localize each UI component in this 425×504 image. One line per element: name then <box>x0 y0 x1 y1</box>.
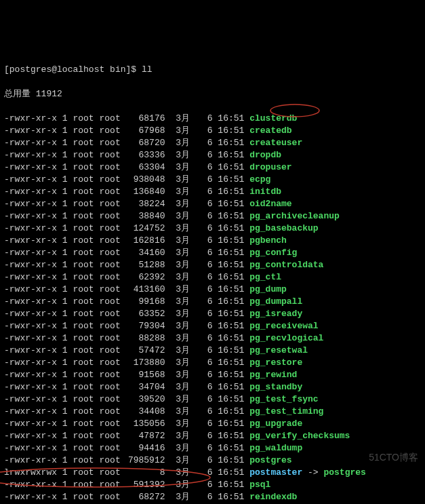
permissions: -rwxr-xr-x <box>4 199 57 209</box>
month: 3月 <box>176 480 190 490</box>
day: 6 <box>201 345 213 357</box>
permissions: -rwxr-xr-x <box>4 235 57 246</box>
permissions: -rwxr-xr-x <box>4 113 57 123</box>
permissions: -rwxr-xr-x <box>4 480 57 490</box>
day: 6 <box>201 308 213 320</box>
file-size: 79304 <box>126 320 165 332</box>
file-listing: -rwxr-xr-x 1 root root 68176 3月 6 16:51 … <box>4 113 421 504</box>
month: 3月 <box>176 187 190 197</box>
time: 16:51 <box>218 467 244 478</box>
owner: root <box>73 370 94 380</box>
file-row: -rwxr-xr-x 1 root root 63352 3月 6 16:51 … <box>4 308 421 320</box>
month: 3月 <box>176 382 190 392</box>
day: 6 <box>201 467 213 479</box>
day: 6 <box>201 125 213 137</box>
owner: root <box>73 455 94 465</box>
link-count: 1 <box>62 235 68 246</box>
file-name: pg_restore <box>249 357 302 368</box>
file-row: -rwxr-xr-x 1 root root 99168 3月 6 16:51 … <box>4 296 421 308</box>
file-size: 34408 <box>126 406 165 418</box>
file-size: 162816 <box>126 235 165 247</box>
file-name: oid2name <box>249 199 291 209</box>
day: 6 <box>201 442 213 454</box>
month: 3月 <box>176 199 190 209</box>
month: 3月 <box>176 419 190 429</box>
owner: root <box>73 187 94 197</box>
time: 16:51 <box>218 248 244 258</box>
time: 16:51 <box>218 260 244 270</box>
time: 16:51 <box>218 162 244 172</box>
file-size: 938048 <box>126 174 165 186</box>
file-row: -rwxr-xr-x 1 root root 38840 3月 6 16:51 … <box>4 210 421 222</box>
group: root <box>99 443 120 453</box>
time: 16:51 <box>218 406 244 416</box>
owner: root <box>73 406 94 416</box>
owner: root <box>73 150 94 160</box>
link-count: 1 <box>62 174 68 185</box>
file-name: pg_waldump <box>249 443 302 453</box>
permissions: -rwxr-xr-x <box>4 443 57 453</box>
owner: root <box>73 199 94 209</box>
file-row: -rwxr-xr-x 1 root root 173880 3月 6 16:51… <box>4 357 421 369</box>
month: 3月 <box>176 455 190 465</box>
group: root <box>99 492 120 502</box>
owner: root <box>73 345 94 355</box>
file-name: initdb <box>249 187 281 197</box>
file-size: 99168 <box>126 296 165 308</box>
group: root <box>99 174 120 185</box>
time: 16:51 <box>218 455 244 465</box>
owner: root <box>73 284 94 294</box>
day: 6 <box>201 210 213 222</box>
time: 16:51 <box>218 199 244 209</box>
day: 6 <box>201 320 213 332</box>
file-size: 51288 <box>126 259 165 271</box>
month: 3月 <box>176 223 190 233</box>
file-row: -rwxr-xr-x 1 root root 91568 3月 6 16:51 … <box>4 369 421 381</box>
permissions: -rwxr-xr-x <box>4 125 57 136</box>
day: 6 <box>201 222 213 235</box>
day: 6 <box>201 454 213 467</box>
time: 16:51 <box>218 345 244 355</box>
file-name: pg_test_fsync <box>249 394 318 404</box>
link-count: 1 <box>62 296 68 307</box>
file-name: reindexdb <box>249 492 297 502</box>
month: 3月 <box>176 272 190 282</box>
command-ll: ll <box>142 64 153 75</box>
file-name: postgres <box>249 455 291 465</box>
owner: root <box>73 235 94 246</box>
file-size: 62392 <box>126 271 165 284</box>
file-size: 57472 <box>126 345 165 357</box>
link-count: 1 <box>62 309 68 319</box>
group: root <box>99 406 120 416</box>
link-count: 1 <box>62 443 68 453</box>
file-size: 124752 <box>126 222 165 235</box>
month: 3月 <box>176 284 190 294</box>
group: root <box>99 138 120 148</box>
day: 6 <box>201 430 213 442</box>
owner: root <box>73 467 94 478</box>
time: 16:51 <box>218 235 244 246</box>
day: 6 <box>201 161 213 174</box>
time: 16:51 <box>218 125 244 136</box>
month: 3月 <box>176 309 190 319</box>
permissions: -rwxr-xr-x <box>4 138 57 148</box>
owner: root <box>73 382 94 392</box>
group: root <box>99 272 120 282</box>
link-count: 1 <box>62 431 68 441</box>
permissions: -rwxr-xr-x <box>4 333 57 343</box>
permissions: -rwxr-xr-x <box>4 296 57 307</box>
link-count: 1 <box>62 492 68 502</box>
file-name: pg_config <box>249 248 297 258</box>
group: root <box>99 125 120 136</box>
file-name: pg_recvlogical <box>249 333 323 343</box>
day: 6 <box>201 137 213 149</box>
file-name: pg_resetwal <box>249 345 308 355</box>
file-name: psql <box>249 480 270 490</box>
file-name: pg_ctl <box>249 272 281 282</box>
permissions: -rwxr-xr-x <box>4 162 57 172</box>
file-row: -rwxr-xr-x 1 root root 88288 3月 6 16:51 … <box>4 332 421 345</box>
file-name: pg_dump <box>249 284 287 294</box>
prompt-line-1[interactable]: [postgres@localhost bin]$ ll <box>4 64 421 76</box>
link-count: 1 <box>62 321 68 331</box>
owner: root <box>73 113 94 123</box>
